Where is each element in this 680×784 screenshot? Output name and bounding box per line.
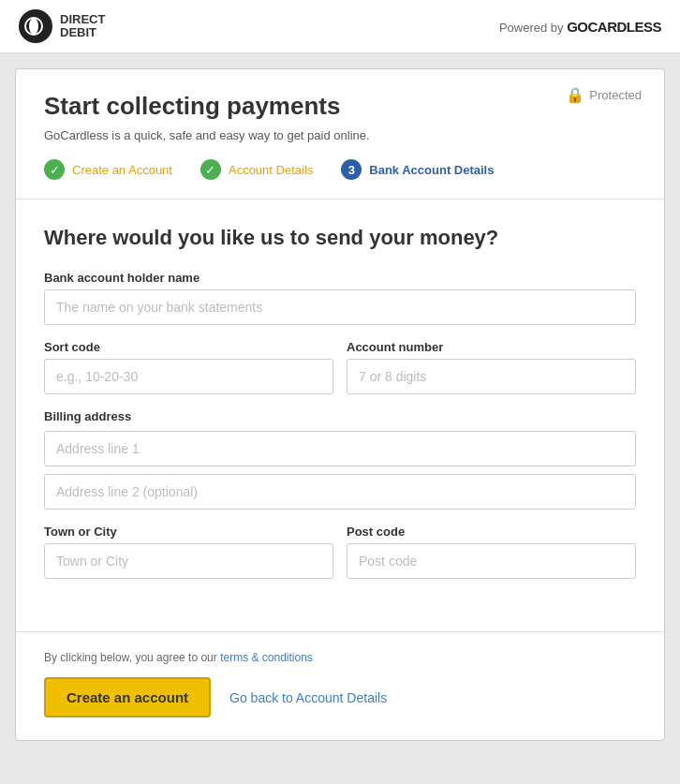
bank-holder-field: Bank account holder name	[44, 271, 636, 325]
town-label: Town or City	[44, 525, 333, 539]
logo-area: DIRECT Debit	[19, 9, 105, 43]
protected-label: Protected	[589, 88, 642, 102]
footer-actions: Create an account Go back to Account Det…	[44, 677, 636, 717]
address-line2-input[interactable]	[44, 474, 636, 510]
address-line1-input[interactable]	[44, 431, 636, 466]
account-number-input[interactable]	[347, 359, 636, 394]
back-to-account-link[interactable]: Go back to Account Details	[229, 690, 387, 705]
billing-fields	[44, 431, 636, 510]
divider	[16, 631, 664, 632]
svg-point-2	[29, 18, 38, 35]
terms-link[interactable]: terms & conditions	[220, 651, 313, 664]
protected-badge: 🔒 Protected	[566, 86, 642, 104]
account-number-label: Account number	[347, 340, 636, 354]
terms-prefix: By clicking below, you agree to our	[44, 651, 217, 664]
page-header: DIRECT Debit Powered by GOCARDLESS	[0, 0, 680, 53]
logo-text: DIRECT Debit	[60, 13, 105, 40]
bank-holder-input[interactable]	[44, 289, 636, 325]
step-1-check: ✓	[44, 159, 65, 180]
billing-label: Billing address	[44, 409, 636, 423]
step-2-label: Account Details	[229, 163, 313, 177]
step-2-check: ✓	[200, 159, 221, 180]
top-section: 🔒 Protected Start collecting payments Go…	[16, 69, 664, 200]
step-3-label: Bank Account Details	[369, 163, 494, 177]
form-section: Where would you like us to send your mon…	[16, 200, 664, 613]
billing-address-group: Billing address	[44, 409, 636, 510]
step-2[interactable]: ✓ Account Details	[200, 159, 313, 180]
postcode-input[interactable]	[347, 543, 636, 579]
bank-holder-label: Bank account holder name	[44, 271, 636, 285]
sort-account-row: Sort code Account number	[44, 340, 636, 409]
terms-text: By clicking below, you agree to our term…	[44, 651, 636, 664]
postcode-field: Post code	[347, 525, 636, 579]
sort-code-label: Sort code	[44, 340, 333, 354]
town-input[interactable]	[44, 543, 333, 579]
create-account-button[interactable]: Create an account	[44, 677, 211, 717]
account-number-field: Account number	[347, 340, 636, 394]
town-field: Town or City	[44, 525, 333, 579]
form-title: Where would you like us to send your mon…	[44, 226, 636, 250]
postcode-label: Post code	[347, 525, 636, 539]
step-3-number: 3	[341, 159, 362, 180]
sort-code-field: Sort code	[44, 340, 333, 394]
steps-bar: ✓ Create an Account ✓ Account Details 3 …	[44, 159, 636, 180]
footer-section: By clicking below, you agree to our term…	[16, 651, 664, 740]
page-subtitle: GoCardless is a quick, safe and easy way…	[44, 128, 636, 142]
step-1-label: Create an Account	[72, 163, 172, 177]
main-card: 🔒 Protected Start collecting payments Go…	[15, 68, 665, 741]
step-1[interactable]: ✓ Create an Account	[44, 159, 172, 180]
sort-code-input[interactable]	[44, 359, 333, 394]
town-postcode-row: Town or City Post code	[44, 525, 636, 594]
lock-icon: 🔒	[566, 86, 584, 104]
powered-by: Powered by GOCARDLESS	[499, 19, 661, 35]
page-title: Start collecting payments	[44, 92, 636, 121]
direct-debit-logo-icon	[19, 9, 52, 43]
step-3[interactable]: 3 Bank Account Details	[341, 159, 494, 180]
